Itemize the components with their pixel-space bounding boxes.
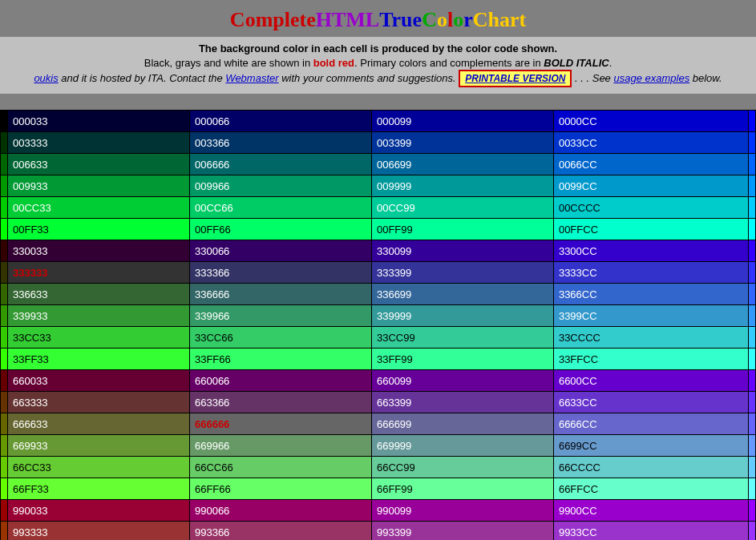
color-cell: 990099 xyxy=(371,500,553,522)
color-cell-edge xyxy=(1,500,8,522)
color-chart-table: 0000330000660000990000CC0033330033660033… xyxy=(0,110,756,540)
color-cell: 3366CC xyxy=(553,284,748,305)
bold-red-sample: bold red xyxy=(313,57,354,69)
color-cell: 330033 xyxy=(8,240,190,262)
intro-text: . Primary colors and complements are in xyxy=(354,57,544,69)
color-code-label: 00FF99 xyxy=(377,224,413,236)
color-cell: 990066 xyxy=(189,500,371,522)
color-code-label: 3300CC xyxy=(559,245,597,257)
intro-text: Black, grays and white are shown in xyxy=(144,57,313,69)
color-cell: 000033 xyxy=(8,111,190,132)
color-cell: 330066 xyxy=(189,240,371,262)
title-word: o xyxy=(453,8,463,32)
color-cell: 006666 xyxy=(189,154,371,175)
color-cell-edge xyxy=(749,111,756,132)
color-cell-edge xyxy=(749,240,756,262)
color-code-label: 00CC66 xyxy=(195,202,233,214)
color-cell: 009999 xyxy=(371,175,553,197)
color-cell-edge xyxy=(749,349,756,370)
color-cell: 003399 xyxy=(371,132,553,154)
color-cell: 669933 xyxy=(8,435,190,457)
color-code-label: 333366 xyxy=(195,267,229,279)
color-cell: 33CC99 xyxy=(371,327,553,349)
color-cell: 000066 xyxy=(189,111,371,132)
table-row: 0000330000660000990000CC xyxy=(1,111,756,132)
color-cell: 333333 xyxy=(8,262,190,284)
color-cell: 663333 xyxy=(8,392,190,413)
color-code-label: 993366 xyxy=(195,526,229,538)
color-code-label: 0033CC xyxy=(559,137,597,149)
color-cell: 66CC66 xyxy=(189,457,371,478)
color-cell-edge xyxy=(1,457,8,478)
intro-text: . xyxy=(609,57,612,69)
color-cell-edge xyxy=(749,219,756,240)
usage-examples-link[interactable]: usage examples xyxy=(613,72,689,84)
color-code-label: 990066 xyxy=(195,505,229,517)
color-code-label: 66CC66 xyxy=(195,461,233,474)
color-cell: 00FF33 xyxy=(8,219,190,240)
color-code-label: 66FFCC xyxy=(559,483,598,495)
color-cell: 990033 xyxy=(8,500,190,522)
color-cell: 33FFCC xyxy=(553,349,748,370)
color-code-label: 33FF99 xyxy=(377,353,413,365)
table-row: 6600336600666600996600CC xyxy=(1,370,756,392)
printable-version-button[interactable]: PRINTABLE VERSION xyxy=(459,70,572,87)
color-cell: 3300CC xyxy=(553,240,748,262)
color-code-label: 9900CC xyxy=(559,505,597,517)
color-code-label: 3399CC xyxy=(559,310,597,322)
color-cell-edge xyxy=(1,370,8,392)
color-cell: 0099CC xyxy=(553,175,748,197)
color-code-label: 66CC99 xyxy=(377,461,415,474)
color-cell: 66FF33 xyxy=(8,478,190,500)
title-word: l xyxy=(447,8,453,32)
color-cell: 003333 xyxy=(8,132,190,154)
color-cell-edge xyxy=(1,132,8,154)
table-row: 6699336699666699996699CC xyxy=(1,435,756,457)
color-cell-edge xyxy=(749,435,756,457)
color-code-label: 660099 xyxy=(377,375,411,387)
color-cell: 0033CC xyxy=(553,132,748,154)
color-code-label: 660033 xyxy=(13,375,47,387)
color-code-label: 663366 xyxy=(195,397,229,409)
color-code-label: 663399 xyxy=(377,397,411,409)
intro-line1: The background color in each cell is pro… xyxy=(3,42,753,56)
oukis-link[interactable]: oukis xyxy=(34,72,58,84)
color-code-label: 0000CC xyxy=(559,115,597,127)
intro-block: The background color in each cell is pro… xyxy=(0,37,756,94)
color-code-label: 33FFCC xyxy=(559,353,598,365)
color-cell: 33FF66 xyxy=(189,349,371,370)
color-code-label: 666699 xyxy=(377,418,411,430)
color-code-label: 330099 xyxy=(377,245,411,257)
color-code-label: 000066 xyxy=(195,115,229,127)
table-row: 3300333300663300993300CC xyxy=(1,240,756,262)
table-row: 0066330066660066990066CC xyxy=(1,154,756,175)
color-code-label: 336699 xyxy=(377,288,411,300)
color-cell-edge xyxy=(1,478,8,500)
table-row: 66CC3366CC6666CC9966CCCC xyxy=(1,457,756,478)
ita-text: ITA xyxy=(148,72,164,84)
title-word: True xyxy=(379,8,422,32)
webmaster-link[interactable]: Webmaster xyxy=(225,72,278,84)
intro-text: . Contact the xyxy=(164,72,225,84)
color-cell: 33CC33 xyxy=(8,327,190,349)
color-cell-edge xyxy=(749,413,756,435)
table-row: 9900339900669900999900CC xyxy=(1,500,756,522)
color-cell-edge xyxy=(749,305,756,327)
color-cell-edge xyxy=(1,197,8,219)
color-code-label: 9933CC xyxy=(559,526,597,538)
color-code-label: 00CC33 xyxy=(13,202,51,214)
color-cell: 00CC33 xyxy=(8,197,190,219)
color-cell: 66CC99 xyxy=(371,457,553,478)
table-row: 66FF3366FF6666FF9966FFCC xyxy=(1,478,756,500)
color-cell-edge xyxy=(1,284,8,305)
table-row: 9933339933669933999933CC xyxy=(1,522,756,540)
color-code-label: 33CC66 xyxy=(195,332,233,344)
color-code-label: 003366 xyxy=(195,137,229,149)
color-code-label: 66CCCC xyxy=(559,461,600,474)
color-cell: 660066 xyxy=(189,370,371,392)
table-row: 3399333399663399993399CC xyxy=(1,305,756,327)
color-cell-edge xyxy=(1,435,8,457)
color-code-label: 6666CC xyxy=(559,418,597,430)
color-code-label: 669966 xyxy=(195,440,229,452)
color-code-label: 330066 xyxy=(195,245,229,257)
